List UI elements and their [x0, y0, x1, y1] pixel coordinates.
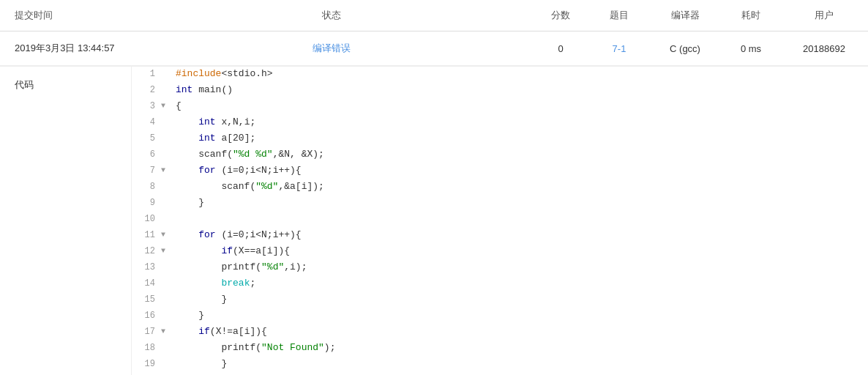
header-user: 用户: [780, 6, 868, 25]
code-container: 1 #include<stdio.h> 2 int main() 3 ▼ { 4: [132, 67, 868, 375]
code-line-1: 1 #include<stdio.h>: [132, 67, 868, 83]
submission-problem[interactable]: 7-1: [590, 40, 648, 57]
code-line-11: 11 ▼ for (i=0;i<N;i++){: [132, 228, 868, 244]
code-section: 代码 1 #include<stdio.h> 2 int main() 3 ▼ …: [0, 66, 868, 375]
code-label: 代码: [0, 67, 132, 375]
header-duration: 耗时: [722, 6, 780, 25]
submission-compiler: C (gcc): [648, 40, 722, 57]
submission-row: 2019年3月3日 13:44:57 编译错误 0 7-1 C (gcc) 0 …: [0, 31, 868, 66]
header-status: 状态: [132, 6, 531, 25]
code-line-8: 8 scanf("%d",&a[i]);: [132, 179, 868, 196]
submission-score: 0: [531, 40, 590, 57]
code-line-9: 9 }: [132, 196, 868, 212]
header-time: 提交时间: [0, 6, 132, 25]
code-line-10: 10: [132, 212, 868, 228]
code-line-12: 12 ▼ if(X==a[i]){: [132, 244, 868, 260]
code-line-7: 7 ▼ for (i=0;i<N;i++){: [132, 163, 868, 179]
submission-time: 2019年3月3日 13:44:57: [0, 39, 132, 58]
submission-status[interactable]: 编译错误: [132, 39, 531, 58]
code-line-2: 2 int main(): [132, 83, 868, 99]
code-line-19: 19 }: [132, 357, 868, 373]
header-compiler: 编译器: [648, 6, 722, 25]
code-line-18: 18 printf("Not Found");: [132, 341, 868, 357]
code-line-14: 14 break;: [132, 276, 868, 292]
code-line-5: 5 int a[20];: [132, 131, 868, 147]
code-line-4: 4 int x,N,i;: [132, 115, 868, 131]
code-line-15: 15 }: [132, 292, 868, 308]
table-header: 提交时间 状态 分数 题目 编译器 耗时 用户: [0, 0, 868, 31]
submission-duration: 0 ms: [722, 40, 780, 57]
code-line-17: 17 ▼ if(X!=a[i]){: [132, 324, 868, 341]
header-problem: 题目: [590, 6, 648, 25]
code-line-13: 13 printf("%d",i);: [132, 260, 868, 276]
header-score: 分数: [531, 6, 590, 25]
code-block: 1 #include<stdio.h> 2 int main() 3 ▼ { 4: [132, 67, 868, 375]
code-line-6: 6 scanf("%d %d",&N, &X);: [132, 147, 868, 163]
code-line-3: 3 ▼ {: [132, 99, 868, 115]
submission-user: 20188692: [780, 40, 868, 57]
code-line-16: 16 }: [132, 308, 868, 324]
